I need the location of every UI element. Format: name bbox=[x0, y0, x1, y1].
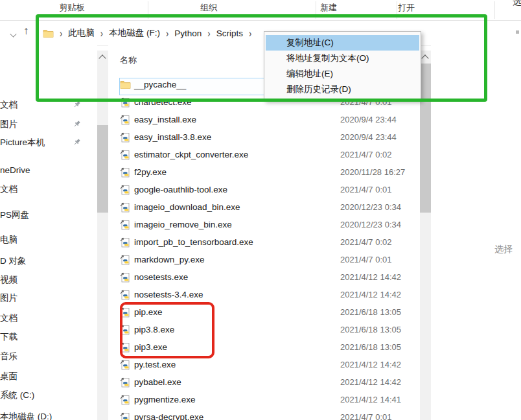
python-exe-icon bbox=[120, 237, 130, 248]
file-modified-date: 2021/6/18 13:05 bbox=[340, 342, 401, 352]
up-arrow-icon[interactable]: ↑ bbox=[23, 25, 29, 38]
file-modified-date: 2020/9/4 23:44 bbox=[340, 132, 397, 142]
file-name: markdown_py.exe bbox=[134, 255, 205, 264]
sidebar-item[interactable]: D 对象 bbox=[0, 253, 97, 270]
file-row[interactable]: imageio_download_bin.exe 2020/12/23 0:34 bbox=[108, 199, 420, 216]
python-exe-icon bbox=[120, 115, 130, 125]
sidebar-item[interactable]: 本地磁盘 (D:) bbox=[0, 408, 97, 420]
sidebar-item-label: 视频 bbox=[0, 274, 17, 286]
sidebar-item[interactable]: 系统 (C:) bbox=[0, 387, 97, 404]
python-exe-icon bbox=[120, 412, 130, 420]
sidebar-item-label: D 对象 bbox=[0, 255, 27, 267]
file-name: import_pb_to_tensorboard.exe bbox=[134, 237, 253, 247]
sidebar-item-label: 音乐 bbox=[0, 351, 17, 362]
file-modified-date: 2021/4/7 0:01 bbox=[340, 185, 392, 194]
file-row[interactable]: easy_install-3.8.exe 2020/9/4 23:44 bbox=[108, 129, 420, 146]
file-name: f2py.exe bbox=[134, 167, 167, 177]
sidebar-item[interactable]: Picture本机 bbox=[0, 134, 97, 151]
sidebar-item-label: 下载 bbox=[0, 331, 17, 343]
file-row[interactable]: import_pb_to_tensorboard.exe 2021/4/7 0:… bbox=[108, 234, 420, 251]
file-name: pyrsa-decrypt.exe bbox=[134, 412, 203, 420]
sidebar-item[interactable]: 图片 bbox=[0, 116, 97, 133]
python-exe-icon bbox=[120, 272, 130, 283]
sidebar-item[interactable]: 下载 bbox=[0, 329, 97, 345]
ribbon-section-new: 新建 bbox=[320, 2, 337, 14]
file-name: nosetests-3.4.exe bbox=[134, 290, 203, 299]
file-name: pybabel.exe bbox=[134, 377, 181, 387]
file-modified-date: 2021/6/18 13:05 bbox=[340, 307, 401, 317]
sidebar-item-label: 文档 bbox=[0, 312, 17, 324]
file-row[interactable]: markdown_py.exe 2021/4/7 0:01 bbox=[108, 251, 420, 269]
file-row[interactable]: easy_install.exe 2020/9/4 23:44 bbox=[108, 111, 420, 129]
sidebar-item[interactable]: 图片 bbox=[0, 290, 97, 307]
ribbon-section-select-clipped: 选 bbox=[513, 0, 521, 8]
file-name: imageio_download_bin.exe bbox=[134, 202, 240, 212]
sidebar-item-label: 桌面 bbox=[0, 371, 17, 382]
file-row[interactable]: nosetests-3.4.exe 2021/4/12 14:42 bbox=[108, 286, 420, 304]
filelist-scrollbar[interactable] bbox=[420, 51, 431, 420]
python-exe-icon bbox=[120, 185, 130, 195]
python-exe-icon bbox=[120, 255, 130, 265]
sidebar-scrollbar[interactable] bbox=[97, 51, 108, 420]
ribbon-section-open: 打开 bbox=[398, 2, 415, 14]
file-modified-date: 2020/12/23 0:34 bbox=[340, 220, 401, 229]
file-row[interactable]: google-oauthlib-tool.exe 2021/4/7 0:01 bbox=[108, 181, 420, 199]
file-modified-date: 2021/4/12 14:42 bbox=[340, 377, 401, 387]
sidebar-item-label: 本地磁盘 (D:) bbox=[0, 411, 52, 420]
file-modified-date: 2021/4/12 14:42 bbox=[340, 272, 401, 282]
sidebar-item-label: 电脑 bbox=[0, 234, 17, 246]
file-row[interactable]: imageio_remove_bin.exe 2020/12/23 0:34 bbox=[108, 216, 420, 234]
file-modified-date: 2021/4/12 14:42 bbox=[340, 290, 401, 299]
file-modified-date: 2021/4/7 0:02 bbox=[340, 150, 392, 159]
sidebar-item[interactable]: 电脑 bbox=[0, 231, 97, 248]
file-row[interactable]: estimator_ckpt_converter.exe 2021/4/7 0:… bbox=[108, 146, 420, 164]
file-modified-date: 2020/11/28 16:27 bbox=[340, 167, 405, 177]
red-annotation-box bbox=[120, 302, 214, 358]
file-modified-date: 2021/4/7 0:01 bbox=[340, 255, 392, 264]
python-exe-icon bbox=[120, 220, 130, 230]
sidebar-item[interactable]: 视频 bbox=[0, 272, 97, 288]
sidebar-item-label: 文档 bbox=[0, 99, 17, 111]
sidebar-item[interactable]: 文档 bbox=[0, 310, 97, 327]
sidebar-item-label: 文档 bbox=[0, 183, 17, 195]
sidebar-item[interactable]: 文档 bbox=[0, 181, 97, 198]
ribbon-section-organize: 组织 bbox=[200, 2, 217, 14]
file-name: easy_install-3.8.exe bbox=[134, 132, 211, 142]
python-exe-icon bbox=[120, 167, 130, 178]
pin-icon bbox=[73, 138, 81, 146]
file-modified-date: 2020/9/4 23:44 bbox=[340, 115, 397, 124]
sidebar-item[interactable]: 音乐 bbox=[0, 348, 97, 365]
python-exe-icon bbox=[120, 202, 130, 213]
file-name: nosetests.exe bbox=[134, 272, 188, 282]
explorer-window: 剪贴板 组织 新建 打开 选 ↑ › 此电脑 › 本地磁盘 (F:) › Pyt… bbox=[0, 0, 521, 420]
sidebar-item-label: 图片 bbox=[0, 119, 17, 130]
file-row[interactable]: pygmentize.exe 2021/4/12 14:41 bbox=[108, 391, 420, 409]
sidebar-item[interactable]: 桌面 bbox=[0, 368, 97, 385]
file-row[interactable]: pyrsa-decrypt.exe 2021/4/7 0:01 bbox=[108, 409, 420, 420]
file-row[interactable]: nosetests.exe 2021/4/12 14:42 bbox=[108, 269, 420, 286]
python-exe-icon bbox=[120, 150, 130, 160]
file-modified-date: 2021/6/18 13:05 bbox=[340, 325, 401, 334]
file-name: pygmentize.exe bbox=[134, 395, 196, 404]
file-row[interactable]: py.test.exe 2021/4/12 14:42 bbox=[108, 356, 420, 374]
file-modified-date: 2020/12/23 0:34 bbox=[340, 202, 401, 212]
ribbon-section-clipboard: 剪贴板 bbox=[60, 2, 85, 14]
sidebar-item[interactable]: neDrive bbox=[0, 161, 97, 178]
chevron-down-icon[interactable] bbox=[10, 30, 16, 37]
file-row[interactable]: pybabel.exe 2021/4/12 14:42 bbox=[108, 374, 420, 391]
sidebar-item[interactable]: PS网盘 bbox=[0, 207, 97, 224]
python-exe-icon bbox=[120, 377, 130, 388]
sidebar-scrollbar-thumb[interactable] bbox=[97, 125, 108, 213]
green-annotation-box bbox=[36, 14, 487, 102]
file-name: estimator_ckpt_converter.exe bbox=[134, 150, 248, 159]
sidebar-item-label: PS网盘 bbox=[0, 209, 29, 221]
file-modified-date: 2021/4/7 0:01 bbox=[340, 412, 392, 420]
ribbon-separator bbox=[494, 1, 495, 19]
file-name: imageio_remove_bin.exe bbox=[134, 220, 232, 229]
python-exe-icon bbox=[120, 395, 130, 405]
file-modified-date: 2021/4/12 14:42 bbox=[340, 360, 401, 369]
sidebar-item-label: neDrive bbox=[0, 165, 30, 175]
file-name: google-oauthlib-tool.exe bbox=[134, 185, 227, 194]
file-row[interactable]: f2py.exe 2020/11/28 16:27 bbox=[108, 164, 420, 181]
python-exe-icon bbox=[120, 290, 130, 300]
